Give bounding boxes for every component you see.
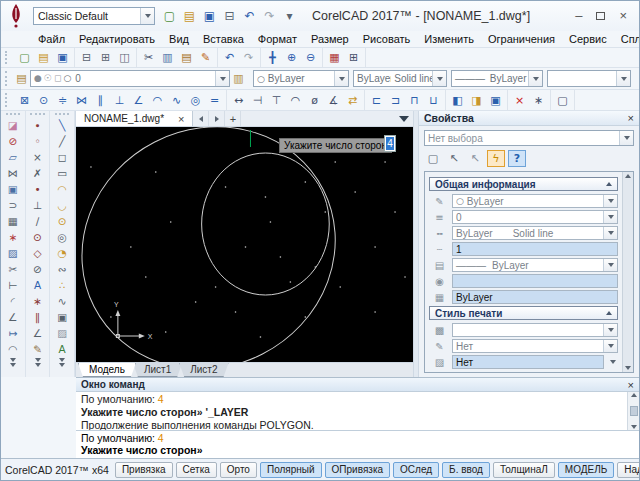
property-linetype[interactable]: ByLayer Solid line [452, 226, 618, 240]
scroll-up-icon[interactable] [631, 393, 637, 397]
annotation-dropdown[interactable]: Надпись [617, 462, 639, 478]
chamfer-icon[interactable]: ∠ [3, 309, 23, 325]
menu-item-2[interactable]: Вид [162, 32, 196, 46]
snap-node-icon[interactable]: ∗ [28, 293, 48, 309]
constraint-settings-icon[interactable]: ∗ [530, 92, 547, 109]
menu-item-4[interactable]: Формат [251, 32, 304, 46]
sheet-tab-1[interactable]: Лист1 [133, 363, 182, 377]
undo-icon[interactable]: ↶ [221, 49, 238, 66]
more-buttons-chevron-icon[interactable] [59, 358, 65, 367]
layer-manager-icon[interactable]: ▤ [13, 70, 30, 87]
radius-constraint-icon[interactable]: ◠ [287, 92, 304, 109]
menu-item-10[interactable]: Сплошные [614, 32, 640, 46]
stretch-icon[interactable]: ↦ [3, 325, 23, 341]
parallel-constraint-icon[interactable]: ∥ [92, 92, 109, 109]
print-style-selector[interactable] [547, 70, 631, 87]
document-tab[interactable]: NONAME_1.dwg* × [76, 111, 193, 126]
menu-item-1[interactable]: Редактировать [72, 32, 162, 46]
point-series-icon[interactable]: ∴ [52, 277, 72, 293]
copy-icon[interactable]: ▥ [159, 49, 176, 66]
arc-3point-icon[interactable]: ◡ [52, 197, 72, 213]
tab-list-button[interactable] [395, 111, 413, 126]
edit-polyline-icon[interactable]: ◠ [3, 341, 23, 357]
properties-close-icon[interactable]: × [628, 112, 634, 124]
snap-settings-icon[interactable]: ✎ [28, 341, 48, 357]
lineweight-selector[interactable]: ——— ByLayer [451, 70, 543, 87]
maximize-button[interactable] [596, 10, 605, 22]
open-icon[interactable]: ▤ [181, 8, 198, 25]
scroll-down-icon[interactable] [625, 366, 631, 370]
show-all-constraints-icon[interactable]: ⊐ [387, 92, 404, 109]
dim-value-icon[interactable]: ◨ [468, 92, 485, 109]
hatch-icon[interactable]: ▨ [52, 325, 72, 341]
show-constraints-icon[interactable]: ⊏ [368, 92, 385, 109]
property-print-table[interactable]: Нет [452, 339, 618, 353]
customize-quickbar-icon[interactable]: ▾ [281, 8, 298, 25]
pan-icon[interactable]: ╋ [264, 49, 281, 66]
snap-endpoint-icon[interactable]: ◦ [28, 133, 48, 149]
tab-prev-button[interactable] [193, 111, 209, 126]
dim-expression-icon[interactable]: ▣ [487, 92, 504, 109]
circle-icon[interactable]: ⊙ [52, 213, 72, 229]
vertical-dim-constraint-icon[interactable]: ⊤ [268, 92, 285, 109]
equal-constraint-icon[interactable]: = [206, 92, 223, 109]
scroll-down-icon[interactable] [631, 425, 637, 429]
line-icon[interactable]: ╲ [52, 117, 72, 133]
midpoint-constraint-icon[interactable]: ≑ [54, 92, 71, 109]
esnap-toggle[interactable]: ОПривязка [325, 462, 390, 478]
property-hyperlink[interactable] [452, 274, 618, 288]
new-drawing-icon[interactable]: ▢ [16, 49, 33, 66]
sheet-tab-0[interactable]: Модель [78, 363, 136, 377]
unit-system-icon[interactable]: ⊞ [345, 49, 362, 66]
trim-icon[interactable]: ✂ [3, 261, 23, 277]
polar-toggle[interactable]: Полярный [260, 462, 322, 478]
ellipse-arc-icon[interactable]: ◔ [52, 245, 72, 261]
lineweight-toggle[interactable]: ТолщинаЛ [493, 462, 555, 478]
section-general-info[interactable]: Общая информация [429, 177, 618, 191]
symmetric-constraint-icon[interactable]: ⋈ [73, 92, 90, 109]
dim-name-icon[interactable]: ◧ [449, 92, 466, 109]
concentric-constraint-icon[interactable]: ◎ [187, 92, 204, 109]
extend-icon[interactable]: ⊢ [3, 277, 23, 293]
move-icon[interactable]: ▱ [3, 149, 23, 165]
scroll-up-icon[interactable] [625, 174, 631, 178]
select-matching-icon[interactable]: ▢ [424, 150, 442, 167]
snap-angle-icon[interactable]: ∠ [28, 325, 48, 341]
delete-constraint-icon[interactable]: × [511, 92, 528, 109]
print-preview-icon[interactable]: ◫ [116, 49, 133, 66]
scroll-thumb[interactable] [630, 406, 638, 416]
convert-constraint-icon[interactable]: ⇄ [344, 92, 361, 109]
mirror-icon[interactable]: ⋈ [3, 165, 23, 181]
batch-print-icon[interactable]: ⊞ [97, 49, 114, 66]
draw-order-icon[interactable]: ▦ [326, 49, 343, 66]
scale-icon[interactable]: ▨ [3, 245, 23, 261]
property-color[interactable]: ○ ByLayer [452, 194, 618, 208]
fillet-icon[interactable]: ◜ [3, 293, 23, 309]
quick-input-toggle[interactable]: Б. ввод [442, 462, 490, 478]
tab-add-button[interactable]: + [225, 111, 241, 126]
delete-icon[interactable]: ◪ [3, 117, 23, 133]
property-material[interactable]: ByLayer [452, 290, 618, 304]
snap-intersection-icon[interactable]: × [28, 149, 48, 165]
rectangle-icon[interactable]: ▭ [52, 165, 72, 181]
hide-all-constraints-icon[interactable]: ⊔ [425, 92, 442, 109]
save-icon[interactable]: ▣ [54, 49, 71, 66]
property-painter-icon[interactable]: ✎ [197, 49, 214, 66]
undo-icon[interactable]: ↶ [241, 8, 258, 25]
deselect-entities-icon[interactable]: ↖ [466, 150, 484, 167]
distance-constraint-icon[interactable]: ↔ [230, 92, 247, 109]
snap-tangent-icon[interactable]: ⊘ [28, 261, 48, 277]
property-layer[interactable]: 0 [452, 210, 618, 224]
property-linetype-scale[interactable]: 1 [452, 242, 618, 256]
region-icon[interactable]: ▣ [52, 309, 72, 325]
zoom-dynamic-icon[interactable]: ⊕ [283, 49, 300, 66]
paste-icon[interactable]: ▤ [178, 49, 195, 66]
properties-scrollbar[interactable] [622, 172, 633, 372]
command-scrollbar[interactable] [627, 392, 639, 430]
sides-input[interactable]: 4 [384, 135, 396, 152]
horizontal-dim-constraint-icon[interactable]: ⊣ [249, 92, 266, 109]
menu-item-7[interactable]: Изменить [417, 32, 481, 46]
line-color-selector[interactable]: ○ ByLayer [253, 70, 349, 87]
more-buttons-chevron-icon[interactable] [35, 358, 41, 367]
more-buttons-chevron-icon[interactable] [10, 358, 16, 367]
